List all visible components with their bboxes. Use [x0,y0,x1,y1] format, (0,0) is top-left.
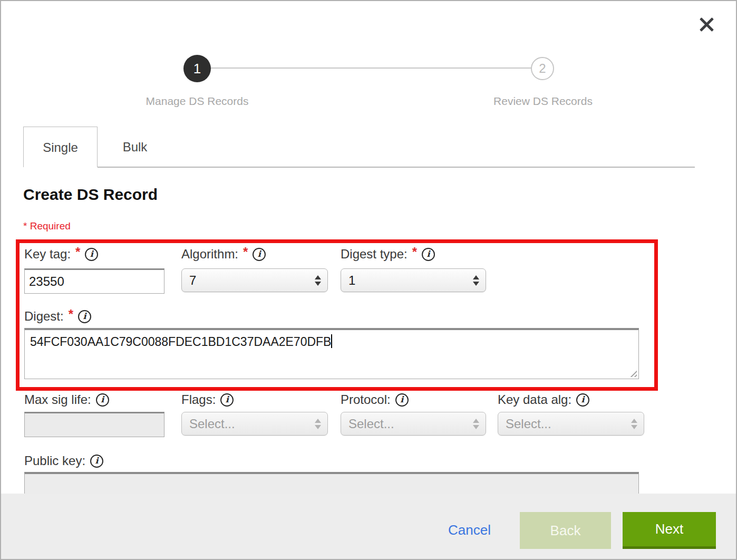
info-icon[interactable]: i [96,393,109,407]
max-sig-life-label-row: Max sig life: i [24,392,109,407]
cancel-button[interactable]: Cancel [448,522,491,538]
digest-type-label: Digest type: [341,247,408,262]
info-icon[interactable]: i [90,455,103,468]
info-icon[interactable]: i [253,248,266,261]
info-icon[interactable]: i [395,393,409,407]
key-tag-label-row: Key tag: * i [24,247,98,262]
close-icon[interactable] [696,14,717,35]
select-spinner-icon [315,419,321,429]
public-key-label: Public key: [24,453,85,468]
required-asterisk: * [69,307,73,322]
stepper-step-2-label: Review DS Records [464,95,622,108]
info-icon[interactable]: i [422,248,435,261]
flags-label-row: Flags: i [181,392,234,407]
select-spinner-icon [473,275,479,286]
select-spinner-icon [473,419,479,429]
info-icon-glyph: i [101,395,104,404]
info-icon-glyph: i [581,395,585,404]
key-data-alg-select-placeholder: Select... [506,417,631,431]
create-ds-record-dialog: 1 2 Manage DS Records Review DS Records … [0,0,737,560]
algorithm-label: Algorithm: [181,247,238,262]
protocol-select[interactable]: Select... [341,412,486,436]
stepper-step-1-label: Manage DS Records [118,95,276,108]
digest-textarea[interactable]: 54FCF030AA1C79C0088FDEC1BD1C37DAA2E70DFB [24,328,639,379]
page-title: Create DS Record [23,186,158,204]
info-icon-glyph: i [400,395,403,404]
protocol-select-placeholder: Select... [348,417,473,431]
protocol-label-row: Protocol: i [341,392,409,407]
algorithm-select[interactable]: 7 [181,268,328,292]
flags-label: Flags: [181,392,216,407]
max-sig-life-label: Max sig life: [24,392,91,407]
digest-type-label-row: Digest type: * i [341,247,435,262]
info-icon[interactable]: i [220,393,234,407]
info-icon[interactable]: i [78,310,91,323]
digest-type-select-value: 1 [348,273,473,288]
info-icon-glyph: i [83,312,86,321]
next-button[interactable]: Next [623,512,716,549]
textarea-resize-handle[interactable] [629,369,637,377]
required-asterisk: * [243,245,248,259]
select-spinner-icon [631,419,637,429]
digest-label: Digest: [24,309,64,324]
digest-type-select[interactable]: 1 [341,268,486,292]
info-icon-glyph: i [90,250,93,258]
info-icon-glyph: i [427,250,430,258]
info-icon-glyph: i [95,457,99,465]
back-button[interactable]: Back [520,512,611,549]
stepper-step-2-circle: 2 [531,57,554,80]
key-tag-label: Key tag: [24,247,71,262]
max-sig-life-input[interactable] [24,412,164,437]
key-data-alg-select[interactable]: Select... [498,412,644,436]
info-icon-glyph: i [226,395,229,404]
digest-textarea-value: 54FCF030AA1C79C0088FDEC1BD1C37DAA2E70DFB [30,335,331,349]
algorithm-label-row: Algorithm: * i [181,247,266,262]
digest-label-row: Digest: * i [24,309,91,324]
public-key-textarea[interactable] [24,472,639,495]
flags-select-placeholder: Select... [189,417,315,431]
algorithm-select-value: 7 [189,273,315,288]
stepper-step-1-circle: 1 [183,55,211,82]
key-data-alg-label: Key data alg: [498,392,571,407]
key-tag-input[interactable] [24,268,164,294]
info-icon[interactable]: i [85,248,98,261]
key-data-alg-label-row: Key data alg: i [498,392,589,407]
text-cursor [331,334,332,348]
public-key-label-row: Public key: i [24,453,103,468]
info-icon-glyph: i [258,250,261,258]
info-icon[interactable]: i [576,393,589,407]
protocol-label: Protocol: [341,392,391,407]
required-asterisk: * [412,245,417,259]
tab-single[interactable]: Single [23,127,98,167]
required-asterisk: * [75,245,80,259]
tab-bulk[interactable]: Bulk [98,127,172,167]
select-spinner-icon [315,275,321,286]
tabbar-divider [98,167,695,168]
stepper-connector-line [210,67,532,69]
required-note: * Required [23,220,71,232]
flags-select[interactable]: Select... [181,412,328,436]
